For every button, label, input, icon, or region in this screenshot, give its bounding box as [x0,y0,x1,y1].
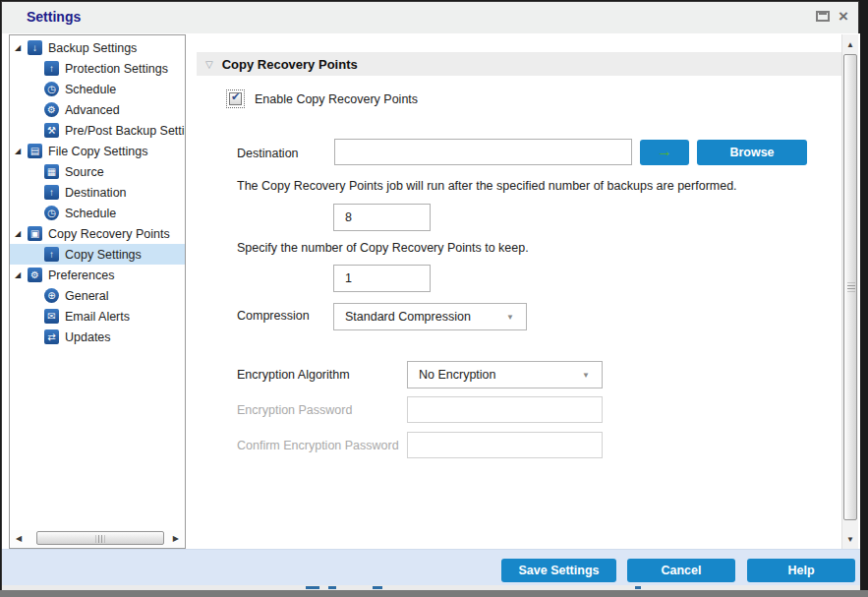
settings-tree-panel: ◢↓Backup Settings↑Protection Settings◷Sc… [9,34,186,549]
backup-count-input[interactable] [333,204,431,231]
keep-info-text: Specify the number of Copy Recovery Poin… [237,241,529,255]
sidebar-item-updates[interactable]: ⇄Updates [10,327,185,347]
settings-tree: ◢↓Backup Settings↑Protection Settings◷Sc… [10,37,185,347]
preferences-icon: ⚙ [28,268,42,282]
sidebar-item-backup-settings[interactable]: ◢↓Backup Settings [10,37,185,58]
compression-value: Standard Compression [334,310,506,324]
encryption-password-label: Encryption Password [237,403,352,417]
taskbar-strip [0,590,868,597]
collapse-icon[interactable]: ▽ [205,59,213,70]
protection-settings-icon: ↑ [44,61,59,76]
source-icon: ▦ [44,164,59,179]
scroll-left-icon[interactable]: ◀ [16,534,22,543]
file-copy-settings-icon: ▤ [28,144,42,158]
checkbox-box: ✔ [229,92,242,105]
compression-dropdown[interactable]: Standard Compression ▼ [333,303,527,330]
browse-button[interactable]: Browse [697,140,807,165]
sidebar-item-schedule[interactable]: ◷Schedule [10,203,185,223]
sidebar-item-label: Protection Settings [65,62,168,76]
chevron-down-icon: ▼ [582,371,590,380]
copy-recovery-points-icon: ▣ [28,226,42,241]
expander-icon[interactable]: ◢ [15,43,28,52]
enable-copy-recovery-checkbox[interactable]: ✔ [226,90,245,108]
sidebar-item-label: Destination [65,186,127,200]
scroll-right-icon[interactable]: ▶ [173,534,179,543]
horizontal-scrollbar[interactable]: ◀ ▶ [11,530,184,547]
sidebar-item-label: Backup Settings [48,41,137,55]
sidebar-item-source[interactable]: ▦Source [10,161,185,182]
sidebar-item-destination[interactable]: ↑Destination [10,182,185,203]
title-bar[interactable]: Settings × [2,2,858,33]
help-button[interactable]: Help [747,559,855,582]
scrollbar-grip [96,535,105,543]
sidebar-item-label: Updates [65,330,111,344]
scroll-down-icon[interactable]: ▼ [846,535,854,544]
sidebar-item-protection-settings[interactable]: ↑Protection Settings [10,58,185,79]
chevron-down-icon: ▼ [506,313,514,322]
settings-dialog: Settings × ◢↓Backup Settings↑Protection … [1,1,859,590]
desktop-backdrop: Settings × ◢↓Backup Settings↑Protection … [0,0,868,597]
sidebar-item-email-alerts[interactable]: ✉Email Alerts [10,306,185,327]
keep-count-input[interactable] [333,265,431,292]
footer-bar: Save SettingsCancelHelp [2,549,860,585]
confirm-encryption-password-label: Confirm Encryption Password [237,439,399,452]
go-button[interactable]: → [640,140,689,165]
backup-settings-icon: ↓ [28,40,42,55]
sidebar-item-copy-recovery-points[interactable]: ◢▣Copy Recovery Points [10,223,185,244]
sidebar-item-label: Schedule [65,83,116,96]
sidebar-item-copy-settings[interactable]: ↑Copy Settings [10,244,185,265]
advanced-icon: ⚙ [44,102,59,117]
save-settings-button[interactable]: Save Settings [501,559,616,582]
sidebar-item-pre-post-backup-settin[interactable]: ⚒Pre/Post Backup Settin [10,120,185,141]
encryption-algorithm-value: No Encryption [408,368,582,382]
sidebar-item-label: File Copy Settings [48,145,147,158]
section-header: ▽ Copy Recovery Points [197,52,843,76]
copy-settings-icon: ↑ [44,247,59,262]
encryption-algorithm-label: Encryption Algorithm [237,368,350,382]
expander-icon[interactable]: ◢ [15,147,28,155]
encryption-algorithm-dropdown[interactable]: No Encryption ▼ [407,361,603,388]
cancel-button[interactable]: Cancel [627,559,735,582]
vertical-scrollbar[interactable]: ▲ ▼ [841,34,858,549]
sidebar-item-label: Schedule [65,207,116,220]
compression-label: Compression [237,309,310,323]
schedule-icon: ◷ [44,82,59,96]
green-arrow-icon: → [657,143,672,159]
schedule-icon: ◷ [44,206,59,220]
sidebar-item-schedule[interactable]: ◷Schedule [10,79,185,99]
expander-icon[interactable]: ◢ [15,270,28,279]
scrollbar-grip [847,283,855,292]
scroll-up-icon[interactable]: ▲ [846,40,854,49]
restore-icon[interactable] [816,11,830,22]
sidebar-item-label: Advanced [65,103,120,117]
updates-icon: ⇄ [44,329,59,344]
email-alerts-icon: ✉ [44,309,59,324]
sidebar-item-label: Source [65,165,104,179]
sidebar-item-label: General [65,289,108,303]
close-icon[interactable]: × [839,11,848,22]
expander-icon[interactable]: ◢ [15,229,28,238]
sidebar-item-label: Copy Recovery Points [48,227,170,241]
enable-copy-recovery-label: Enable Copy Recovery Points [255,92,418,106]
confirm-encryption-password-input [407,432,603,458]
section-title: Copy Recovery Points [222,57,358,72]
backups-info-text: The Copy Recovery Points job will run af… [237,179,737,193]
sidebar-item-file-copy-settings[interactable]: ◢▤File Copy Settings [10,141,185,161]
destination-input[interactable] [334,139,632,165]
destination-label: Destination [237,147,299,160]
horizontal-scrollbar-thumb[interactable] [36,531,164,545]
sidebar-item-preferences[interactable]: ◢⚙Preferences [10,265,185,285]
sidebar-item-advanced[interactable]: ⚙Advanced [10,99,185,120]
sidebar-item-label: Email Alerts [65,310,130,324]
general-icon: ⊕ [44,288,59,303]
vertical-scrollbar-thumb[interactable] [843,54,857,520]
destination-icon: ↑ [44,185,59,200]
window-title: Settings [27,9,81,25]
sidebar-item-general[interactable]: ⊕General [10,285,185,306]
sidebar-item-label: Preferences [48,269,114,282]
check-icon: ✔ [231,90,240,103]
sidebar-item-label: Copy Settings [65,248,142,262]
encryption-password-input [407,396,603,423]
prepost-backup-icon: ⚒ [44,123,59,138]
sidebar-item-label: Pre/Post Backup Settin [65,124,186,138]
